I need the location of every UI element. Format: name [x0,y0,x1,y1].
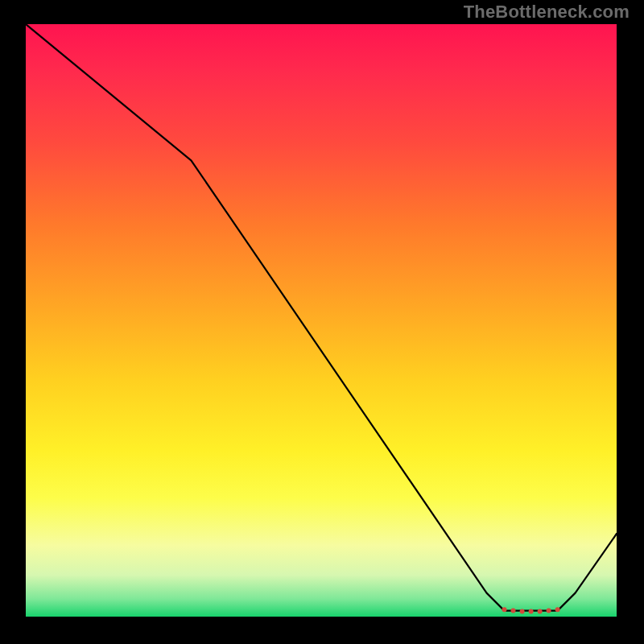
highlight-dot [547,609,551,613]
chart-canvas: TheBottleneck.com [0,0,644,644]
highlight-dot [511,609,516,613]
highlight-dot [555,607,560,612]
highlight-dot [529,609,534,613]
curve-line [26,24,617,611]
highlight-dot [538,609,543,613]
plot-area [26,24,617,617]
highlight-dot [502,607,507,612]
highlight-dot [520,609,525,613]
attribution-label: TheBottleneck.com [464,2,630,23]
curve-svg [26,24,617,617]
